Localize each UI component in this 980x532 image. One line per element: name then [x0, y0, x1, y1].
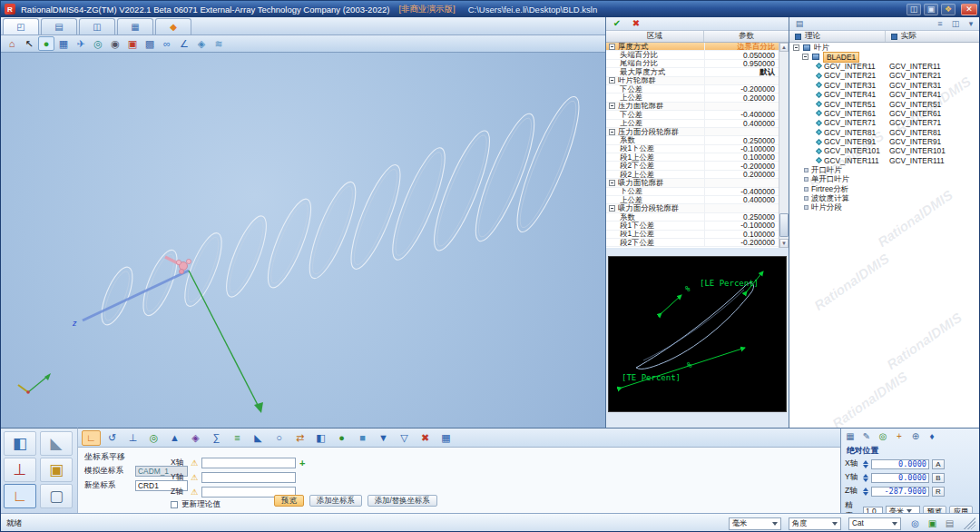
param-row[interactable]: 最大厚度方式 默认: [606, 68, 779, 76]
bestfit-icon[interactable]: ◈: [186, 430, 205, 446]
window-layout-icon[interactable]: ◫: [906, 4, 921, 15]
add-csys-button[interactable]: 添加坐标系: [309, 495, 362, 507]
category-select[interactable]: Cat: [848, 517, 901, 530]
add-axis-icon[interactable]: +: [299, 458, 305, 468]
save-icon[interactable]: ▦: [55, 36, 72, 51]
csys-manager-icon[interactable]: ▦: [436, 430, 456, 446]
title-bar[interactable]: R RationalDMIS64-ZG(TM) V2022.1 Beta 060…: [1, 1, 980, 17]
tree-node-analysis[interactable]: 叶片分段: [789, 203, 980, 212]
param-row[interactable]: 头端百分比 0.050000: [606, 51, 779, 59]
collapse-icon[interactable]: [609, 205, 615, 212]
tree-node-section[interactable]: GCV_INTER81 GCV_INTER81: [789, 128, 980, 137]
unit-mm-select[interactable]: 毫米: [729, 517, 781, 530]
probe-icon[interactable]: ⊥: [4, 458, 36, 482]
param-row[interactable]: 段2下公差 -0.200000: [606, 239, 779, 247]
tree-node-section[interactable]: GCV_INTER91 GCV_INTER91: [789, 137, 980, 146]
param-row[interactable]: 下公差 -0.200000: [606, 85, 779, 94]
param-row[interactable]: 吸力面轮廓群: [606, 179, 779, 187]
tree-node-section[interactable]: GCV_INTER11 GCV_INTER11: [789, 62, 980, 71]
param-row[interactable]: 压力面轮廓群: [606, 103, 779, 111]
measure-angle-icon[interactable]: ∠: [176, 36, 192, 51]
filter-icon[interactable]: ◫: [949, 18, 962, 30]
stepper-icon[interactable]: [863, 474, 868, 482]
axes-icon[interactable]: +: [892, 430, 906, 443]
three-two-one-icon[interactable]: ▲: [165, 430, 184, 446]
tree-node-section[interactable]: GCV_INTER21 GCV_INTER21: [789, 71, 980, 80]
tab-workspace[interactable]: ◰: [3, 18, 39, 34]
tree-node-analysis[interactable]: 波纹度计算: [789, 193, 980, 202]
param-row[interactable]: 压力面分段轮廓群: [606, 128, 779, 136]
fly-view-icon[interactable]: ✈: [73, 36, 89, 51]
tree-node-section[interactable]: GCV_INTER111 GCV_INTER111: [789, 156, 980, 165]
pin-icon[interactable]: ▾: [965, 18, 977, 30]
collapse-icon[interactable]: [609, 180, 615, 186]
csys-rotate-icon[interactable]: ↺: [103, 430, 122, 446]
param-row[interactable]: 系数 0.250000: [606, 213, 779, 222]
add-replace-csys-button[interactable]: 添加/替换坐标系: [368, 495, 437, 507]
param-row[interactable]: 尾端百分比 0.950000: [606, 60, 779, 68]
probe-pos-icon[interactable]: ⊕: [908, 430, 923, 443]
tab-view[interactable]: ◫: [79, 18, 115, 34]
csys-translate-icon[interactable]: ∟: [82, 430, 101, 446]
param-row[interactable]: 叶片轮廓群: [606, 77, 779, 85]
stepper-icon[interactable]: [863, 460, 868, 468]
eye-icon[interactable]: ◉: [107, 36, 123, 51]
csys-view-icon[interactable]: ◎: [90, 36, 106, 51]
param-row[interactable]: 厚度方式 边界百分比: [606, 43, 779, 51]
collapse-icon[interactable]: [609, 103, 615, 109]
tree-node-section[interactable]: GCV_INTER41 GCV_INTER41: [789, 90, 980, 99]
collapse-icon[interactable]: [802, 54, 808, 60]
view-reset-icon[interactable]: ⌂: [4, 36, 20, 51]
collapse-icon[interactable]: [793, 44, 799, 51]
param-row[interactable]: 下公差 -0.400000: [606, 111, 779, 119]
param-row[interactable]: 吸力面分段轮廓群: [606, 204, 779, 212]
tree-node-blade1[interactable]: BLADE1: [789, 52, 980, 61]
csys-dock-icon[interactable]: ∟: [4, 484, 36, 508]
tree-node-analysis[interactable]: Firtree分析: [789, 184, 980, 193]
plane-axis-icon[interactable]: ⊥: [123, 430, 142, 446]
grid-snap-icon[interactable]: ▦: [843, 430, 858, 443]
tab-report[interactable]: ▦: [117, 18, 153, 34]
x-offset-field[interactable]: [201, 458, 296, 468]
param-row[interactable]: 段1上公差 0.100000: [606, 231, 779, 239]
param-row[interactable]: 上公差 0.400000: [606, 120, 779, 128]
help-paw-icon[interactable]: ❖: [941, 4, 956, 15]
axis-point-icon[interactable]: ◎: [144, 430, 163, 446]
tree-node-section[interactable]: GCV_INTER51 GCV_INTER51: [789, 99, 980, 108]
collapse-icon[interactable]: [609, 129, 615, 135]
window-cascade-icon[interactable]: ▣: [924, 4, 938, 15]
save-csys-icon[interactable]: ▼: [374, 430, 393, 446]
tree-node-analysis[interactable]: 单开口叶片: [789, 174, 980, 183]
param-row[interactable]: 系数 0.250000: [606, 136, 779, 144]
target-icon[interactable]: ◎: [876, 430, 890, 443]
tree-node-section[interactable]: GCV_INTER101 GCV_INTER101: [789, 146, 980, 155]
fixture-wedge-icon[interactable]: ◣: [40, 431, 73, 456]
apply-icon[interactable]: ✔: [611, 18, 623, 30]
probe-mode-icon[interactable]: ●: [38, 36, 54, 51]
tree-node-blade-root[interactable]: 叶片: [789, 43, 980, 52]
log-icon[interactable]: ▤: [943, 517, 956, 530]
param-scrollbar[interactable]: ▲ ▼: [779, 43, 789, 248]
section-icon[interactable]: ≋: [211, 36, 227, 51]
offset-icon[interactable]: ⇄: [290, 430, 309, 446]
param-row[interactable]: 上公差 0.200000: [606, 94, 779, 102]
iterate-icon[interactable]: ∑: [207, 430, 226, 446]
y-offset-field[interactable]: [201, 472, 296, 483]
tree-node-section[interactable]: GCV_INTER71 GCV_INTER71: [789, 118, 980, 127]
grid-icon[interactable]: ▩: [142, 36, 158, 51]
tab-model[interactable]: ▤: [41, 18, 77, 34]
mirror-icon[interactable]: ◧: [311, 430, 330, 446]
tab-actual[interactable]: 实际: [886, 31, 980, 42]
wireframe-icon[interactable]: ◈: [193, 36, 210, 51]
select-cursor-icon[interactable]: ↖: [21, 36, 37, 51]
tab-theory[interactable]: 理论: [789, 31, 886, 42]
column-header-region[interactable]: 区域: [606, 31, 704, 42]
world-csys-icon[interactable]: ●: [332, 430, 351, 446]
param-row[interactable]: 段1下公差 -0.100000: [606, 222, 779, 230]
view-cube-icon[interactable]: ◧: [4, 431, 36, 456]
machine-icon[interactable]: ▣: [40, 458, 73, 482]
param-row[interactable]: 段1上公差 0.100000: [606, 153, 779, 162]
param-row[interactable]: 段2上公差 0.200000: [606, 171, 779, 179]
panel-menu-icon[interactable]: ▤: [793, 18, 806, 30]
viewport-3d[interactable]: z: [1, 53, 605, 428]
